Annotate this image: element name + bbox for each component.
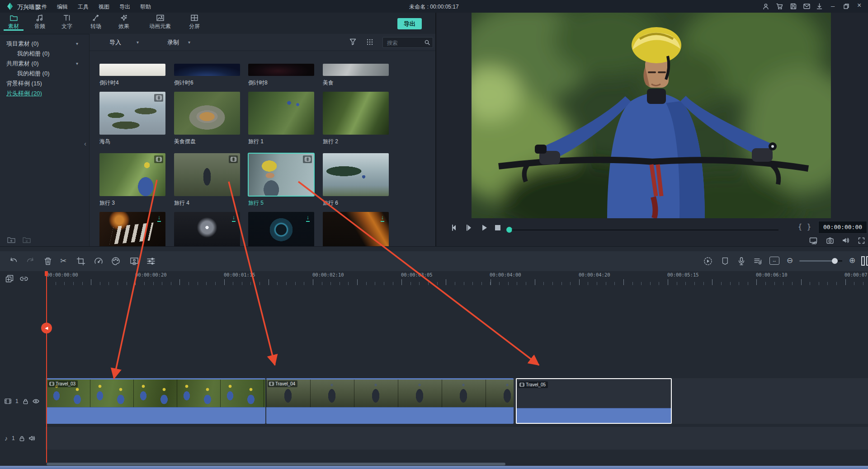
window-restore-button[interactable] <box>844 4 849 9</box>
menu-edit[interactable]: 编辑 <box>57 3 68 11</box>
store-cart-icon[interactable] <box>776 3 783 9</box>
export-button[interactable]: 导出 <box>397 18 422 29</box>
tab-transitions[interactable]: 转场 <box>82 14 109 30</box>
timeline-red-marker[interactable]: ◀ <box>41 323 52 333</box>
media-item-thumb[interactable] <box>323 64 389 76</box>
tab-audio[interactable]: 音频 <box>26 14 53 30</box>
menu-help[interactable]: 帮助 <box>140 3 151 11</box>
menu-export[interactable]: 导出 <box>119 3 130 11</box>
delete-folder-icon[interactable] <box>23 236 31 243</box>
color-palette-icon[interactable] <box>111 257 120 266</box>
import-caret-icon[interactable]: ▾ <box>137 40 139 45</box>
tab-text[interactable]: 文字 <box>53 14 80 30</box>
toggle-visibility-eye-icon[interactable] <box>33 399 39 403</box>
save-icon[interactable] <box>790 3 797 9</box>
feedback-mail-icon[interactable] <box>803 4 810 9</box>
media-item-thumb[interactable] <box>248 64 314 76</box>
media-item-thumb-selected[interactable] <box>248 153 314 196</box>
media-item-thumb[interactable]: ↓ <box>174 212 240 249</box>
chevron-down-icon[interactable]: ▾ <box>76 59 78 68</box>
media-item-thumb[interactable]: ↓ <box>99 212 165 249</box>
download-center-icon[interactable] <box>816 3 822 9</box>
timeline-clip-travel-03[interactable]: Travel_03 <box>47 378 265 424</box>
search-input[interactable]: 搜索 <box>382 37 433 48</box>
link-clips-icon[interactable] <box>20 275 28 282</box>
playhead-handle[interactable] <box>45 271 48 276</box>
timeline-horizontal-scrollbar[interactable] <box>47 463 505 465</box>
scrubber-track[interactable] <box>512 230 778 230</box>
stop-button[interactable] <box>495 225 500 230</box>
display-settings-icon[interactable] <box>809 237 817 244</box>
lock-track-icon[interactable] <box>19 436 25 441</box>
record-voiceover-mic-icon[interactable] <box>737 257 746 266</box>
media-item-thumb[interactable]: ↓ <box>248 212 314 249</box>
download-badge-icon[interactable]: ↓ <box>378 214 387 222</box>
redo-icon[interactable] <box>26 257 35 266</box>
media-item-thumb[interactable] <box>99 64 165 76</box>
delete-trash-icon[interactable] <box>43 257 52 266</box>
timeline-clip-travel-05-selected[interactable]: Travel_05 <box>516 378 672 424</box>
fit-timeline-icon[interactable]: ↔ <box>769 257 779 265</box>
audio-mixer-icon[interactable] <box>753 257 762 266</box>
playhead-line[interactable] <box>46 271 47 463</box>
media-item-thumb[interactable] <box>99 92 165 135</box>
lock-track-icon[interactable] <box>23 399 28 404</box>
timeline-zoom-slider[interactable] <box>799 260 842 262</box>
zoom-slider-handle[interactable] <box>832 258 838 264</box>
media-item-thumb[interactable] <box>174 64 240 76</box>
preview-video[interactable] <box>472 13 831 218</box>
menu-file[interactable]: 文件 <box>36 3 47 11</box>
filter-funnel-icon[interactable] <box>349 38 356 45</box>
play-button[interactable] <box>481 224 488 231</box>
media-item-thumb[interactable] <box>323 92 389 135</box>
snapshot-camera-icon[interactable] <box>826 237 834 244</box>
account-icon[interactable] <box>763 3 769 9</box>
download-badge-icon[interactable]: ↓ <box>304 214 312 222</box>
chevron-down-icon[interactable]: ▾ <box>76 39 78 48</box>
volume-icon[interactable] <box>842 237 849 244</box>
media-item-thumb[interactable] <box>174 92 240 135</box>
mark-in-icon[interactable]: { <box>798 223 802 231</box>
green-screen-icon[interactable] <box>130 257 139 266</box>
audio-track-lane[interactable] <box>45 427 868 450</box>
window-minimize-button[interactable]: – <box>831 2 835 9</box>
undo-icon[interactable] <box>9 257 18 266</box>
zoom-in-icon[interactable]: ⊕ <box>849 257 855 264</box>
download-badge-icon[interactable]: ↓ <box>155 214 163 222</box>
record-caret-icon[interactable]: ▾ <box>188 40 190 45</box>
sidebar-item-intro-samples[interactable]: 片头样例 (20) <box>0 89 95 98</box>
grid-view-icon[interactable] <box>367 39 373 45</box>
tab-splitscreen[interactable]: 分屏 <box>181 14 208 30</box>
zoom-out-icon[interactable]: ⊖ <box>787 257 793 264</box>
fullscreen-icon[interactable] <box>858 237 865 244</box>
marker-shield-icon[interactable] <box>721 257 730 266</box>
tab-elements[interactable]: 动画元素 <box>144 14 176 30</box>
media-item-thumb[interactable] <box>174 153 240 196</box>
import-button[interactable]: 导入 <box>109 38 121 47</box>
collapse-panel-icon[interactable]: ‹ <box>84 140 86 147</box>
record-button[interactable]: 录制 <box>167 38 179 47</box>
timeline-clip-travel-04[interactable]: Travel_04 <box>266 378 514 424</box>
tab-media[interactable]: 素材 <box>0 14 27 30</box>
mark-out-icon[interactable]: } <box>807 223 811 231</box>
adjust-sliders-icon[interactable] <box>146 257 156 266</box>
download-badge-icon[interactable]: ↓ <box>230 214 238 222</box>
mute-speaker-icon[interactable] <box>29 436 35 441</box>
timeline-ruler[interactable]: 00:00:00:00 00:00:00:20 00:00:01:15 00:0… <box>45 272 868 286</box>
next-frame-button[interactable] <box>466 224 473 231</box>
previous-frame-button[interactable] <box>451 224 458 231</box>
panel-layout-toggle-icon[interactable] <box>861 256 868 266</box>
menu-view[interactable]: 视图 <box>99 3 109 11</box>
media-item-thumb[interactable] <box>99 153 165 196</box>
menu-tools[interactable]: 工具 <box>78 3 89 11</box>
split-scissors-icon[interactable]: ✂ <box>60 257 66 265</box>
crop-icon[interactable] <box>76 257 85 266</box>
sidebar-item-project-media[interactable]: 项目素材 (0) ▾ <box>0 39 95 48</box>
media-item-thumb[interactable]: ↓ <box>323 212 389 249</box>
tab-effects[interactable]: 效果 <box>110 14 137 30</box>
sidebar-item-background-samples[interactable]: 背景样例 (15) <box>0 79 95 88</box>
media-item-thumb[interactable] <box>248 92 314 135</box>
new-folder-icon[interactable] <box>7 236 15 243</box>
render-preview-icon[interactable] <box>703 257 712 266</box>
speed-gauge-icon[interactable] <box>94 257 103 266</box>
